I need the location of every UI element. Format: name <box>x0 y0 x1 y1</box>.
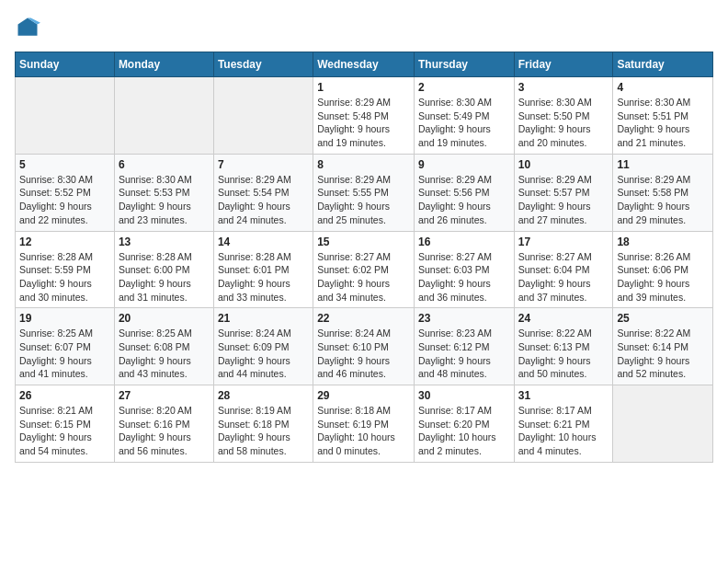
day-detail: Sunrise: 8:30 AM Sunset: 5:49 PM Dayligh… <box>418 96 510 150</box>
day-number: 13 <box>119 236 210 248</box>
calendar-cell: 13Sunrise: 8:28 AM Sunset: 6:00 PM Dayli… <box>114 231 213 308</box>
day-detail: Sunrise: 8:29 AM Sunset: 5:48 PM Dayligh… <box>317 96 410 150</box>
day-number: 11 <box>617 158 709 171</box>
day-detail: Sunrise: 8:29 AM Sunset: 5:55 PM Dayligh… <box>317 173 410 227</box>
calendar-cell: 18Sunrise: 8:26 AM Sunset: 6:06 PM Dayli… <box>613 231 713 308</box>
calendar-cell: 24Sunrise: 8:22 AM Sunset: 6:13 PM Dayli… <box>514 308 613 385</box>
page-header <box>15 15 713 40</box>
weekday-header-tuesday: Tuesday <box>213 52 313 77</box>
weekday-header-thursday: Thursday <box>414 52 514 77</box>
calendar-cell: 28Sunrise: 8:19 AM Sunset: 6:18 PM Dayli… <box>213 385 313 463</box>
day-detail: Sunrise: 8:29 AM Sunset: 5:56 PM Dayligh… <box>418 173 510 227</box>
day-detail: Sunrise: 8:27 AM Sunset: 6:02 PM Dayligh… <box>317 250 410 304</box>
day-detail: Sunrise: 8:20 AM Sunset: 6:16 PM Dayligh… <box>119 404 210 458</box>
calendar-cell: 7Sunrise: 8:29 AM Sunset: 5:54 PM Daylig… <box>213 154 313 231</box>
calendar-cell: 16Sunrise: 8:27 AM Sunset: 6:03 PM Dayli… <box>414 231 514 308</box>
day-number: 12 <box>19 236 110 248</box>
day-number: 6 <box>119 158 210 171</box>
day-detail: Sunrise: 8:27 AM Sunset: 6:03 PM Dayligh… <box>418 250 510 304</box>
calendar-cell: 21Sunrise: 8:24 AM Sunset: 6:09 PM Dayli… <box>213 308 313 385</box>
day-number: 26 <box>19 389 110 402</box>
day-number: 31 <box>518 389 609 402</box>
day-number: 22 <box>317 312 410 325</box>
calendar-cell <box>613 385 713 463</box>
calendar-cell: 25Sunrise: 8:22 AM Sunset: 6:14 PM Dayli… <box>613 308 713 385</box>
calendar-cell: 8Sunrise: 8:29 AM Sunset: 5:55 PM Daylig… <box>313 154 415 231</box>
day-detail: Sunrise: 8:24 AM Sunset: 6:10 PM Dayligh… <box>317 327 410 381</box>
day-detail: Sunrise: 8:22 AM Sunset: 6:14 PM Dayligh… <box>617 327 709 381</box>
weekday-header-sunday: Sunday <box>16 52 115 77</box>
day-detail: Sunrise: 8:28 AM Sunset: 5:59 PM Dayligh… <box>19 250 110 304</box>
day-detail: Sunrise: 8:17 AM Sunset: 6:21 PM Dayligh… <box>518 404 609 458</box>
calendar-cell: 26Sunrise: 8:21 AM Sunset: 6:15 PM Dayli… <box>16 385 115 463</box>
logo-icon <box>15 15 40 40</box>
day-detail: Sunrise: 8:25 AM Sunset: 6:08 PM Dayligh… <box>119 327 210 381</box>
day-number: 19 <box>19 312 110 325</box>
weekday-header-saturday: Saturday <box>613 52 713 77</box>
calendar-cell: 15Sunrise: 8:27 AM Sunset: 6:02 PM Dayli… <box>313 231 415 308</box>
calendar-cell: 14Sunrise: 8:28 AM Sunset: 6:01 PM Dayli… <box>213 231 313 308</box>
day-detail: Sunrise: 8:24 AM Sunset: 6:09 PM Dayligh… <box>218 327 309 381</box>
day-number: 7 <box>218 158 309 171</box>
day-detail: Sunrise: 8:30 AM Sunset: 5:53 PM Dayligh… <box>119 173 210 227</box>
day-number: 18 <box>617 236 709 248</box>
day-detail: Sunrise: 8:23 AM Sunset: 6:12 PM Dayligh… <box>418 327 510 381</box>
calendar-cell: 11Sunrise: 8:29 AM Sunset: 5:58 PM Dayli… <box>613 154 713 231</box>
day-detail: Sunrise: 8:28 AM Sunset: 6:00 PM Dayligh… <box>119 250 210 304</box>
day-detail: Sunrise: 8:19 AM Sunset: 6:18 PM Dayligh… <box>218 404 309 458</box>
calendar-week-row: 12Sunrise: 8:28 AM Sunset: 5:59 PM Dayli… <box>16 231 713 308</box>
weekday-header-wednesday: Wednesday <box>313 52 415 77</box>
day-number: 17 <box>518 236 609 248</box>
day-number: 9 <box>418 158 510 171</box>
day-detail: Sunrise: 8:27 AM Sunset: 6:04 PM Dayligh… <box>518 250 609 304</box>
calendar-table: SundayMondayTuesdayWednesdayThursdayFrid… <box>15 52 713 463</box>
day-number: 5 <box>19 158 110 171</box>
calendar-cell: 5Sunrise: 8:30 AM Sunset: 5:52 PM Daylig… <box>16 154 115 231</box>
day-number: 4 <box>617 81 709 94</box>
calendar-week-row: 5Sunrise: 8:30 AM Sunset: 5:52 PM Daylig… <box>16 154 713 231</box>
weekday-header-row: SundayMondayTuesdayWednesdayThursdayFrid… <box>16 52 713 77</box>
day-detail: Sunrise: 8:30 AM Sunset: 5:52 PM Dayligh… <box>19 173 110 227</box>
logo <box>15 15 44 40</box>
day-number: 10 <box>518 158 609 171</box>
day-detail: Sunrise: 8:30 AM Sunset: 5:50 PM Dayligh… <box>518 96 609 150</box>
calendar-cell: 17Sunrise: 8:27 AM Sunset: 6:04 PM Dayli… <box>514 231 613 308</box>
day-detail: Sunrise: 8:29 AM Sunset: 5:58 PM Dayligh… <box>617 173 709 227</box>
day-detail: Sunrise: 8:26 AM Sunset: 6:06 PM Dayligh… <box>617 250 709 304</box>
calendar-cell: 19Sunrise: 8:25 AM Sunset: 6:07 PM Dayli… <box>16 308 115 385</box>
calendar-cell <box>213 77 313 155</box>
day-detail: Sunrise: 8:25 AM Sunset: 6:07 PM Dayligh… <box>19 327 110 381</box>
weekday-header-friday: Friday <box>514 52 613 77</box>
day-number: 20 <box>119 312 210 325</box>
day-number: 8 <box>317 158 410 171</box>
calendar-week-row: 1Sunrise: 8:29 AM Sunset: 5:48 PM Daylig… <box>16 77 713 155</box>
day-number: 30 <box>418 389 510 402</box>
day-number: 25 <box>617 312 709 325</box>
day-number: 2 <box>418 81 510 94</box>
weekday-header-monday: Monday <box>114 52 213 77</box>
day-detail: Sunrise: 8:18 AM Sunset: 6:19 PM Dayligh… <box>317 404 410 458</box>
calendar-cell: 23Sunrise: 8:23 AM Sunset: 6:12 PM Dayli… <box>414 308 514 385</box>
day-number: 29 <box>317 389 410 402</box>
calendar-cell: 31Sunrise: 8:17 AM Sunset: 6:21 PM Dayli… <box>514 385 613 463</box>
day-number: 1 <box>317 81 410 94</box>
day-detail: Sunrise: 8:29 AM Sunset: 5:54 PM Dayligh… <box>218 173 309 227</box>
calendar-cell: 10Sunrise: 8:29 AM Sunset: 5:57 PM Dayli… <box>514 154 613 231</box>
day-detail: Sunrise: 8:29 AM Sunset: 5:57 PM Dayligh… <box>518 173 609 227</box>
calendar-week-row: 26Sunrise: 8:21 AM Sunset: 6:15 PM Dayli… <box>16 385 713 463</box>
calendar-cell: 27Sunrise: 8:20 AM Sunset: 6:16 PM Dayli… <box>114 385 213 463</box>
calendar-week-row: 19Sunrise: 8:25 AM Sunset: 6:07 PM Dayli… <box>16 308 713 385</box>
calendar-cell: 2Sunrise: 8:30 AM Sunset: 5:49 PM Daylig… <box>414 77 514 155</box>
calendar-cell: 12Sunrise: 8:28 AM Sunset: 5:59 PM Dayli… <box>16 231 115 308</box>
day-number: 23 <box>418 312 510 325</box>
day-number: 3 <box>518 81 609 94</box>
day-number: 16 <box>418 236 510 248</box>
calendar-cell: 22Sunrise: 8:24 AM Sunset: 6:10 PM Dayli… <box>313 308 415 385</box>
calendar-cell: 29Sunrise: 8:18 AM Sunset: 6:19 PM Dayli… <box>313 385 415 463</box>
day-number: 27 <box>119 389 210 402</box>
calendar-cell: 6Sunrise: 8:30 AM Sunset: 5:53 PM Daylig… <box>114 154 213 231</box>
day-detail: Sunrise: 8:17 AM Sunset: 6:20 PM Dayligh… <box>418 404 510 458</box>
calendar-cell: 9Sunrise: 8:29 AM Sunset: 5:56 PM Daylig… <box>414 154 514 231</box>
calendar-cell: 30Sunrise: 8:17 AM Sunset: 6:20 PM Dayli… <box>414 385 514 463</box>
day-number: 28 <box>218 389 309 402</box>
